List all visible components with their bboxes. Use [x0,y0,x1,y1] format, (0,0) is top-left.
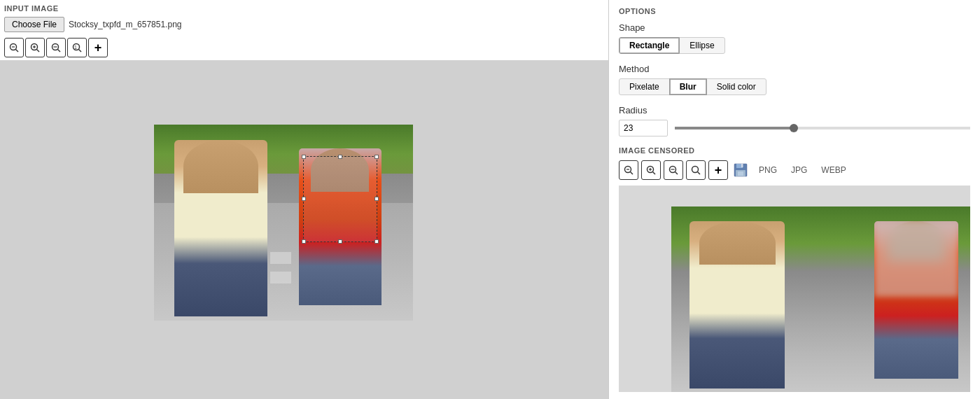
censored-zoom-in-icon [645,164,657,176]
girl2 [299,148,382,305]
censored-zoom-fit-button[interactable] [619,160,638,180]
shape-label: Shape [619,22,970,33]
method-group: Method Pixelate Blur Solid color [619,64,970,95]
svg-rect-27 [741,164,743,167]
svg-line-24 [698,172,701,175]
method-solidcolor-button[interactable]: Solid color [706,78,766,95]
method-btn-group: Pixelate Blur Solid color [619,78,970,95]
choose-file-button[interactable]: Choose File [4,17,64,32]
zoom-toolbar: 1 + [0,35,608,60]
censored-zoom-reset-button[interactable] [686,160,706,180]
svg-rect-29 [738,172,743,176]
radius-group: Radius [619,105,970,136]
filename-display: Stocksy_txpfd_m_657851.png [69,20,181,29]
radius-input[interactable] [619,120,668,136]
photo-background [154,125,413,321]
handle-tr[interactable] [374,155,379,159]
censored-zoom-fit-icon [623,164,634,176]
input-canvas[interactable] [0,60,608,399]
svg-line-8 [58,50,61,52]
svg-line-4 [37,50,40,52]
svg-text:1: 1 [74,45,77,50]
add-region-button[interactable]: + [88,38,108,57]
format-webp-button[interactable]: WEBP [816,163,851,177]
method-label: Method [619,64,970,74]
radius-label: Radius [619,105,970,115]
handle-ml[interactable] [302,197,306,201]
censored-image [671,206,970,393]
save-icon [733,162,748,178]
input-image-label: INPUT IMAGE [0,0,608,14]
svg-line-11 [79,50,82,52]
format-png-button[interactable]: PNG [753,163,783,177]
handle-bm[interactable] [338,239,342,244]
shape-rectangle-button[interactable]: Rectangle [619,37,680,54]
radius-slider[interactable] [675,127,970,130]
censored-zoom-out-button[interactable] [664,160,683,180]
shape-btn-group: Rectangle Ellipse [619,37,970,54]
handle-tm[interactable] [338,155,342,159]
svg-line-17 [653,172,656,175]
svg-line-1 [16,50,19,52]
censored-toolbar: + PNG JPG WEBP [619,160,970,180]
handle-tl[interactable] [302,155,306,159]
shape-group: Shape Rectangle Ellipse [619,22,970,54]
zoom-reset-button[interactable]: 1 [67,38,87,57]
radius-row [619,120,970,136]
zoom-out-icon [50,42,62,53]
method-pixelate-button[interactable]: Pixelate [619,78,670,95]
censored-zoom-out-icon [668,164,679,176]
zoom-out-button[interactable] [46,38,66,57]
censored-add-button[interactable]: + [708,160,728,180]
handle-br[interactable] [374,239,379,244]
input-image [154,125,413,321]
zoom-in-icon [29,42,41,53]
svg-line-14 [631,172,634,175]
zoom-reset-icon: 1 [71,42,83,53]
save-button[interactable] [731,160,750,180]
handle-mr[interactable] [374,197,379,201]
options-title: OPTIONS [619,7,970,15]
right-panel: OPTIONS Shape Rectangle Ellipse Method P… [609,0,980,399]
censored-canvas [619,186,970,392]
file-row: Choose File Stocksy_txpfd_m_657851.png [0,14,608,35]
zoom-fit-button[interactable] [4,38,24,57]
svg-line-21 [676,172,678,175]
svg-point-23 [692,167,699,173]
method-blur-button[interactable]: Blur [669,78,707,95]
handle-bl[interactable] [302,239,306,244]
zoom-in-button[interactable] [25,38,45,57]
selection-box[interactable] [303,156,378,242]
left-panel: INPUT IMAGE Choose File Stocksy_txpfd_m_… [0,0,609,399]
censored-zoom-in-button[interactable] [641,160,661,180]
zoom-fit-icon [8,42,20,53]
shape-ellipse-button[interactable]: Ellipse [679,37,724,54]
format-jpg-button[interactable]: JPG [785,163,813,177]
image-censored-label: IMAGE CENSORED [619,146,970,155]
censored-zoom-reset-icon [690,164,701,176]
